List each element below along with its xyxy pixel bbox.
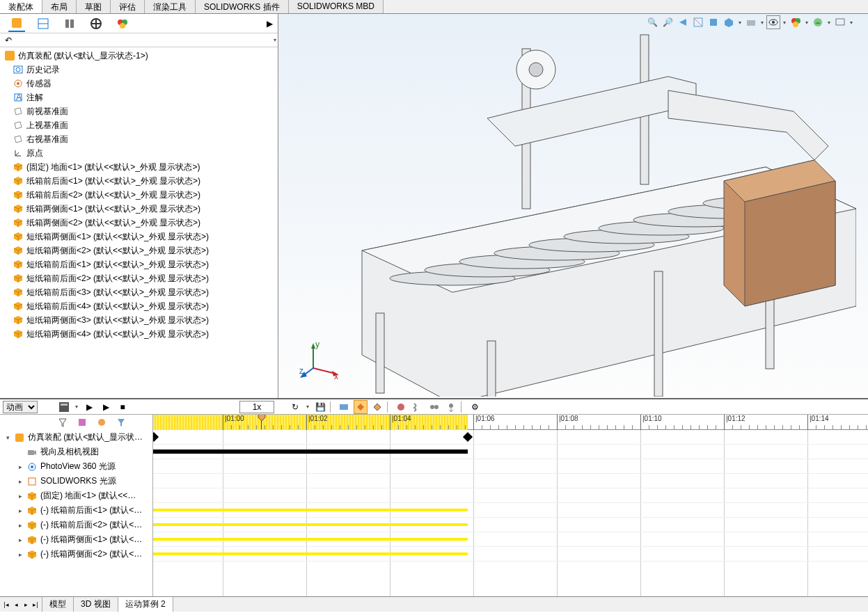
expand-icon[interactable]: ▸	[17, 478, 24, 485]
tab-assembly[interactable]: 装配体	[0, 0, 42, 13]
timeline-track[interactable]	[153, 532, 868, 547]
tab-mbd[interactable]: SOLIDWORKS MBD	[289, 0, 384, 13]
save-anim-icon[interactable]: 💾	[313, 400, 327, 414]
track-bar[interactable]	[153, 509, 468, 511]
feature-tree[interactable]: 仿真装配 (默认<默认_显示状态-1>) 历史记录传感器A注解前视基准面上视基准…	[0, 47, 278, 398]
motion-item[interactable]: ▸(-) 纸箱前后面<2> (默认<…	[0, 518, 152, 532]
tree-item[interactable]: A注解	[1, 90, 276, 104]
expand-icon[interactable]: ▸	[17, 463, 24, 470]
tab-last-icon[interactable]: ▸|	[31, 598, 40, 611]
tree-item[interactable]: 历史记录	[1, 63, 276, 77]
tree-item[interactable]: 短纸箱两侧面<4> (默认<<默认>_外观 显示状态>)	[1, 327, 276, 341]
timeline-track[interactable]	[153, 459, 868, 474]
collapse-icon[interactable]: ▾	[4, 434, 11, 441]
timeline-track[interactable]	[153, 474, 868, 488]
expand-icon[interactable]: ▸	[17, 522, 24, 529]
track-bar[interactable]	[153, 449, 468, 454]
track-bar[interactable]	[153, 552, 468, 555]
triad[interactable]: y x z	[299, 340, 341, 384]
motor-icon[interactable]	[394, 400, 408, 414]
track-bar[interactable]	[153, 538, 468, 541]
tree-item[interactable]: 原点	[1, 146, 276, 160]
undo-icon[interactable]: ↶	[3, 35, 14, 46]
tree-tab-config[interactable]	[61, 15, 78, 32]
play-start-icon[interactable]: ▶	[82, 400, 96, 414]
contact-icon[interactable]	[427, 400, 441, 414]
tab-layout[interactable]: 布局	[42, 0, 77, 13]
timeline-track[interactable]	[153, 445, 868, 459]
filter-sel-icon[interactable]	[114, 415, 128, 429]
tree-item[interactable]: 纸箱前后面<1> (默认<<默认>_外观 显示状态>)	[1, 174, 276, 188]
autokey-icon[interactable]	[354, 400, 368, 414]
timeline-track[interactable]	[153, 503, 868, 518]
spring-icon[interactable]	[411, 400, 425, 414]
track-bar[interactable]	[153, 523, 468, 526]
tree-tab-more[interactable]: ▶	[261, 15, 278, 32]
tree-item[interactable]: 短纸箱两侧面<3> (默认<<默认>_外观 显示状态>)	[1, 313, 276, 327]
tab-plugins[interactable]: SOLIDWORKS 插件	[196, 0, 289, 13]
results-icon[interactable]: ⚙	[468, 400, 482, 414]
bottom-tab-model[interactable]: 模型	[42, 597, 74, 612]
expand-icon[interactable]: ▸	[17, 536, 24, 543]
tab-next-icon[interactable]: ▸	[21, 598, 31, 611]
motion-item[interactable]: ▸(-) 纸箱两侧面<1> (默认<…	[0, 532, 152, 547]
playhead[interactable]	[261, 415, 262, 429]
search-dropdown-icon[interactable]: ▾	[272, 35, 278, 46]
keyframe[interactable]	[153, 432, 159, 442]
calc-icon[interactable]	[57, 400, 71, 414]
gravity-icon[interactable]	[444, 400, 458, 414]
playhead-handle-icon[interactable]	[258, 415, 266, 422]
motion-item[interactable]: ▸PhotoView 360 光源	[0, 459, 152, 474]
timeline-track[interactable]	[153, 518, 868, 532]
viewport[interactable]: 🔍 🔎 ▾ ▾ ▾ ▾ ▾ ▾	[278, 14, 868, 398]
tree-item[interactable]: 短纸箱前后面<4> (默认<<默认>_外观 显示状态>)	[1, 299, 276, 313]
addkey-icon[interactable]	[370, 400, 384, 414]
tree-item[interactable]: 纸箱两侧面<2> (默认<<默认>_外观 显示状态>)	[1, 216, 276, 230]
tab-render[interactable]: 渲染工具	[145, 0, 196, 13]
tab-prev-icon[interactable]: ◂	[11, 598, 21, 611]
tree-item[interactable]: 右视基准面	[1, 132, 276, 146]
tree-tab-appearance[interactable]	[114, 15, 131, 32]
timeline-ruler[interactable]: |01:00|01:02|01:04|01:06|01:08|01:10|01:…	[153, 415, 868, 430]
timeline-track[interactable]	[153, 547, 868, 562]
tree-item[interactable]: 短纸箱前后面<2> (默认<<默认>_外观 显示状态>)	[1, 271, 276, 285]
motion-item[interactable]: ▸SOLIDWORKS 光源	[0, 474, 152, 488]
filter-driven-icon[interactable]	[95, 415, 109, 429]
tree-tab-display[interactable]	[88, 15, 104, 32]
tree-item[interactable]: 上视基准面	[1, 118, 276, 132]
loop-dd[interactable]: ▾	[305, 401, 310, 413]
calc-dd[interactable]: ▾	[74, 401, 79, 413]
timeline-track[interactable]	[153, 488, 868, 503]
play-icon[interactable]: ▶	[99, 400, 113, 414]
motion-item[interactable]: 视向及相机视图	[0, 445, 152, 459]
bottom-tab-3dview[interactable]: 3D 视图	[74, 597, 118, 612]
tree-item[interactable]: 短纸箱前后面<3> (默认<<默认>_外观 显示状态>)	[1, 285, 276, 299]
timeline[interactable]: |01:00|01:02|01:04|01:06|01:08|01:10|01:…	[153, 415, 868, 596]
filter-icon[interactable]	[56, 415, 70, 429]
stop-icon[interactable]: ■	[116, 400, 129, 414]
expand-icon[interactable]: ▸	[17, 551, 24, 558]
tab-sketch[interactable]: 草图	[77, 0, 111, 13]
motion-tree[interactable]: ▾ 仿真装配 (默认<默认_显示状… 视向及相机视图▸PhotoView 360…	[0, 415, 153, 596]
tree-item[interactable]: 传感器	[1, 77, 276, 90]
motion-type-select[interactable]: 动画	[3, 401, 38, 413]
bottom-tab-motionstudy[interactable]: 运动算例 2	[118, 597, 173, 612]
motion-item[interactable]: ▸(固定) 地面<1> (默认<<…	[0, 488, 152, 503]
tree-item[interactable]: 纸箱两侧面<1> (默认<<默认>_外观 显示状态>)	[1, 202, 276, 216]
motion-root[interactable]: ▾ 仿真装配 (默认<默认_显示状…	[0, 430, 152, 445]
motion-item[interactable]: ▸(-) 纸箱前后面<1> (默认<…	[0, 503, 152, 518]
tree-item[interactable]: 短纸箱两侧面<1> (默认<<默认>_外观 显示状态>)	[1, 230, 276, 244]
filter-anim-icon[interactable]	[75, 415, 89, 429]
tree-root[interactable]: 仿真装配 (默认<默认_显示状态-1>)	[1, 49, 276, 63]
expand-icon[interactable]: ▸	[17, 507, 24, 514]
playback-speed[interactable]	[239, 401, 274, 413]
anim-wizard-icon[interactable]	[337, 400, 351, 414]
tree-tab-property[interactable]	[35, 15, 52, 32]
tree-item[interactable]: (固定) 地面<1> (默认<<默认>_外观 显示状态>)	[1, 160, 276, 174]
tree-item[interactable]: 短纸箱前后面<1> (默认<<默认>_外观 显示状态>)	[1, 257, 276, 271]
tree-item[interactable]: 纸箱前后面<2> (默认<<默认>_外观 显示状态>)	[1, 188, 276, 202]
tree-tab-feature[interactable]	[8, 15, 25, 32]
tab-evaluate[interactable]: 评估	[111, 0, 145, 13]
loop-icon[interactable]: ↻	[288, 400, 302, 414]
motion-item[interactable]: ▸(-) 纸箱两侧面<2> (默认<…	[0, 547, 152, 562]
